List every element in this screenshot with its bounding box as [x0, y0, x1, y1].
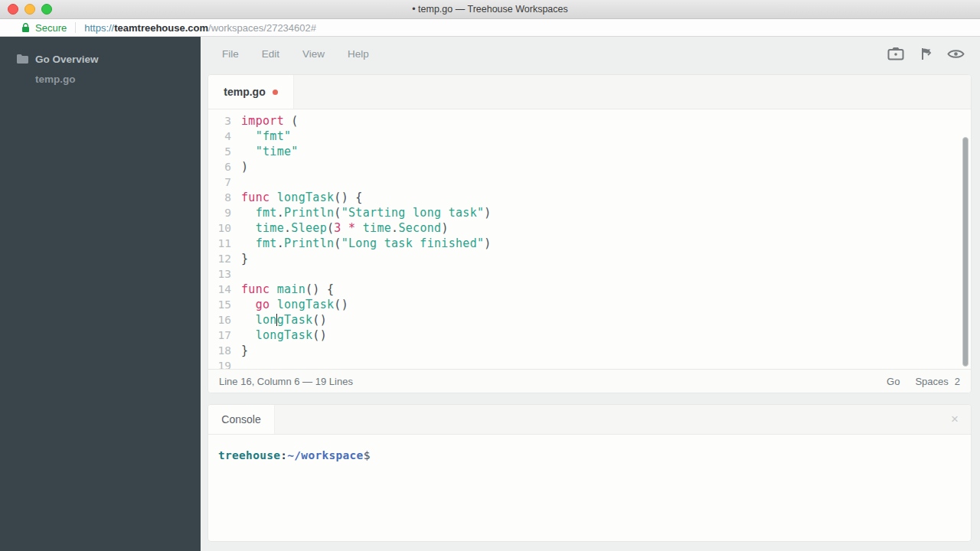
fork-icon[interactable] — [919, 47, 933, 61]
line-number: 16 — [208, 312, 231, 328]
code-line[interactable]: 6) — [208, 159, 960, 174]
menu-edit[interactable]: Edit — [262, 48, 279, 60]
terminal[interactable]: treehouse:~/workspace$ — [208, 435, 971, 461]
code-token — [270, 191, 276, 204]
code-line[interactable]: 4 "fmt" — [208, 129, 960, 144]
code-token: main — [277, 282, 305, 296]
menubar: FileEditViewHelp — [201, 37, 980, 70]
menu-help[interactable]: Help — [348, 48, 369, 60]
prompt-symbol: $ — [364, 449, 371, 461]
code-line-text: } — [241, 343, 248, 358]
code-line[interactable]: 19 — [208, 358, 960, 370]
tab-console[interactable]: Console — [208, 405, 275, 434]
sidebar-item-temp-go[interactable]: temp.go — [0, 69, 201, 89]
syntax-mode-selector[interactable]: Go — [887, 376, 900, 387]
sidebar-item-go-overview[interactable]: Go Overview — [0, 49, 201, 69]
code-token: () — [334, 298, 348, 311]
menu-file[interactable]: File — [222, 48, 239, 60]
code-line-text: fmt.Println("Long task finished") — [241, 236, 492, 251]
code-line[interactable]: 14func main() { — [208, 282, 960, 297]
line-number: 17 — [208, 328, 231, 343]
line-number: 13 — [208, 266, 231, 282]
code-token: . — [277, 206, 284, 220]
code-line[interactable]: 8func longTask() { — [208, 190, 960, 205]
address-field[interactable]: https://teamtreehouse.com/workspaces/272… — [84, 22, 316, 34]
divider — [75, 22, 76, 33]
code-token: "Starting long task" — [341, 206, 485, 220]
line-number: 15 — [208, 297, 231, 312]
code-token: ( — [327, 221, 334, 235]
code-token: time — [363, 221, 391, 235]
code-token: ( — [334, 236, 341, 250]
lock-icon — [21, 22, 30, 33]
code-token: * — [348, 221, 355, 235]
line-number: 9 — [208, 205, 231, 220]
line-number: 19 — [208, 358, 231, 370]
url-path: /workspaces/27234602# — [208, 22, 316, 34]
code-token: fmt — [256, 206, 277, 220]
code-line-text: time.Sleep(3 * time.Second) — [241, 220, 449, 236]
window-title: • temp.go — Treehouse Workspaces — [0, 4, 980, 15]
editor-panel: temp.go 3import (4 "fmt"5 "time"6)78func… — [208, 75, 971, 393]
code-token: "fmt" — [256, 129, 292, 143]
console-tabbar: Console × — [208, 405, 971, 435]
code-line[interactable]: 7 — [208, 174, 960, 190]
code-line-text: import ( — [241, 113, 299, 129]
tab-temp-go[interactable]: temp.go — [208, 75, 294, 109]
browser-window: • temp.go — Treehouse Workspaces Secure … — [0, 0, 980, 551]
indent-value: 2 — [955, 376, 960, 387]
line-number: 10 — [208, 220, 231, 236]
camera-icon[interactable] — [887, 47, 904, 60]
code-token: () { — [334, 191, 362, 204]
traffic-lights — [8, 0, 52, 18]
indent-settings[interactable]: Spaces 2 — [915, 376, 960, 387]
code-editor[interactable]: 3import (4 "fmt"5 "time"6)78func longTas… — [208, 109, 960, 370]
line-number: 18 — [208, 343, 231, 358]
url-bar: Secure https://teamtreehouse.com/workspa… — [0, 19, 980, 37]
code-token — [241, 206, 256, 220]
code-token: () — [312, 313, 327, 327]
code-token: func — [241, 191, 270, 204]
cursor-position-status: Line 16, Column 6 — 19 Lines — [219, 376, 887, 387]
code-token: . — [277, 236, 284, 250]
zoom-window-button[interactable] — [41, 4, 52, 15]
line-number: 12 — [208, 251, 231, 266]
code-line-text: fmt.Println("Starting long task") — [241, 205, 492, 220]
workspace: Go Overviewtemp.go FileEditViewHelp — [0, 37, 980, 551]
code-token: ) — [484, 236, 491, 250]
line-number: 5 — [208, 144, 231, 159]
code-token: longTask — [256, 328, 313, 342]
indent-label: Spaces — [915, 376, 948, 387]
menu-view[interactable]: View — [302, 48, 325, 60]
code-line[interactable]: 13 — [208, 266, 960, 282]
code-line-text: go longTask() — [241, 297, 348, 312]
code-token: ) — [441, 221, 448, 235]
code-line[interactable]: 11 fmt.Println("Long task finished") — [208, 236, 960, 251]
code-token: Println — [284, 236, 334, 250]
close-window-button[interactable] — [8, 4, 18, 15]
code-token — [270, 298, 276, 311]
code-line-text: func main() { — [241, 282, 334, 297]
code-line[interactable]: 5 "time" — [208, 144, 960, 159]
code-token: } — [241, 252, 248, 266]
code-line-text: "time" — [241, 144, 299, 159]
close-console-icon[interactable]: × — [951, 412, 959, 427]
code-line[interactable]: 18} — [208, 343, 960, 358]
code-line-text: func longTask() { — [241, 190, 363, 205]
code-line[interactable]: 9 fmt.Println("Starting long task") — [208, 205, 960, 220]
code-line[interactable]: 10 time.Sleep(3 * time.Second) — [208, 220, 960, 236]
minimize-window-button[interactable] — [24, 4, 35, 15]
code-token — [241, 313, 256, 327]
code-line[interactable]: 3import ( — [208, 113, 960, 129]
code-token: fmt — [256, 236, 277, 250]
code-line[interactable]: 16 longTask() — [208, 312, 960, 328]
code-line[interactable]: 12} — [208, 251, 960, 266]
code-token: Println — [284, 206, 334, 220]
sidebar-item-label: Go Overview — [35, 54, 99, 65]
code-token: time — [256, 221, 284, 235]
editor-scrollbar-thumb[interactable] — [962, 137, 969, 367]
eye-icon[interactable] — [947, 48, 965, 60]
tab-label: temp.go — [224, 86, 265, 98]
code-line[interactable]: 17 longTask() — [208, 328, 960, 343]
code-line[interactable]: 15 go longTask() — [208, 297, 960, 312]
